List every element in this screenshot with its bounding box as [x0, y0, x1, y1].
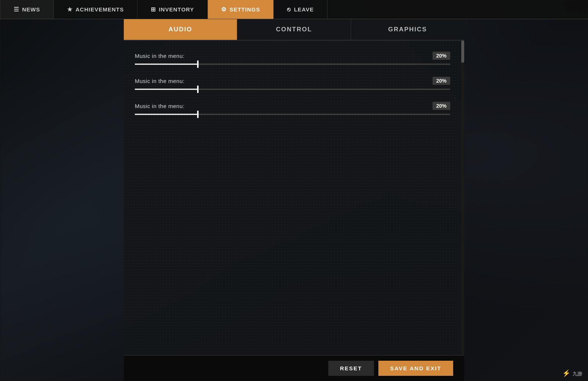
- slider-label-row-1: Music in the menu: 20%: [135, 52, 450, 60]
- settings-icon: ⚙: [221, 6, 227, 13]
- slider-track-1[interactable]: [135, 63, 450, 65]
- slider-track-bg-3: [135, 114, 450, 115]
- slider-thumb-2[interactable]: [197, 86, 199, 93]
- tab-control[interactable]: CONTROL: [237, 19, 351, 40]
- slider-thumb-1[interactable]: [197, 60, 199, 68]
- slider-label-2: Music in the menu:: [135, 78, 185, 84]
- slider-track-bg-1: [135, 64, 450, 65]
- tab-audio[interactable]: AUDIO: [124, 19, 237, 40]
- nav-label-news: NEWS: [22, 6, 40, 13]
- slider-label-row-2: Music in the menu: 20%: [135, 77, 450, 85]
- nav-label-settings: SETTINGS: [230, 6, 260, 13]
- nav-item-settings[interactable]: ⚙ SETTINGS: [208, 0, 274, 19]
- bottom-bar: RESET SAVE AND EXIT: [124, 355, 464, 381]
- leave-icon: ⎋: [287, 6, 291, 13]
- save-button[interactable]: SAVE AND EXIT: [378, 361, 453, 376]
- scroll-thumb[interactable]: [461, 41, 464, 63]
- slider-row-3: Music in the menu: 20%: [135, 102, 450, 115]
- slider-track-bg-2: [135, 89, 450, 90]
- slider-fill-1: [135, 64, 198, 65]
- slider-fill-2: [135, 89, 198, 90]
- slider-label-row-3: Music in the menu: 20%: [135, 102, 450, 110]
- slider-label-1: Music in the menu:: [135, 53, 185, 59]
- nav-label-inventory: INVENTORY: [159, 6, 194, 13]
- watermark-icon: ⚡: [562, 370, 570, 377]
- slider-fill-3: [135, 114, 198, 115]
- tab-graphics[interactable]: GRAPHICS: [351, 19, 464, 40]
- settings-scroll[interactable]: Music in the menu: 20% Music in the menu…: [124, 41, 461, 355]
- reset-button[interactable]: RESET: [328, 361, 374, 376]
- scroll-rail[interactable]: [461, 41, 464, 355]
- slider-row-2: Music in the menu: 20%: [135, 77, 450, 90]
- settings-modal: AUDIO CONTROL GRAPHICS Music in the menu…: [124, 19, 464, 381]
- top-nav: ☰ NEWS ★ ACHIEVEMENTS ⊞ INVENTORY ⚙ SETT…: [0, 0, 588, 19]
- nav-item-achievements[interactable]: ★ ACHIEVEMENTS: [54, 0, 137, 19]
- slider-row-1: Music in the menu: 20%: [135, 52, 450, 65]
- settings-content: Music in the menu: 20% Music in the menu…: [124, 41, 464, 355]
- slider-value-1: 20%: [433, 52, 450, 60]
- slider-track-3[interactable]: [135, 114, 450, 115]
- slider-thumb-3[interactable]: [197, 111, 199, 118]
- inventory-icon: ⊞: [151, 6, 156, 13]
- slider-value-3: 20%: [433, 102, 450, 110]
- news-icon: ☰: [14, 6, 19, 13]
- slider-track-2[interactable]: [135, 89, 450, 90]
- nav-label-leave: LEAVE: [294, 6, 314, 13]
- achievements-icon: ★: [67, 6, 73, 13]
- nav-item-leave[interactable]: ⎋ LEAVE: [274, 0, 328, 19]
- slider-label-3: Music in the menu:: [135, 103, 185, 109]
- nav-label-achievements: ACHIEVEMENTS: [76, 6, 124, 13]
- nav-item-inventory[interactable]: ⊞ INVENTORY: [137, 0, 208, 19]
- watermark: ⚡ 九游: [562, 369, 582, 377]
- nav-item-news[interactable]: ☰ NEWS: [0, 0, 54, 19]
- slider-value-2: 20%: [433, 77, 450, 85]
- settings-tabs: AUDIO CONTROL GRAPHICS: [124, 19, 464, 41]
